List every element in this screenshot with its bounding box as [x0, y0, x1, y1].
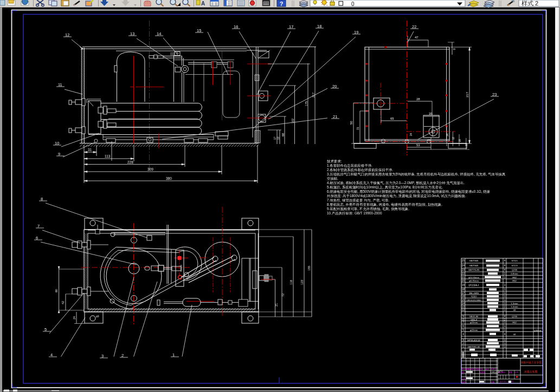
svg-text:1: 1	[504, 302, 506, 305]
svg-text:31: 31	[356, 127, 359, 130]
svg-text:28: 28	[459, 139, 461, 142]
svg-text:4: 4	[504, 315, 506, 318]
svg-text:样式 2: 样式 2	[522, 0, 538, 6]
svg-text:7: 7	[462, 321, 464, 324]
svg-text:HF16-40L14: HF16-40L14	[467, 339, 480, 342]
svg-text:φ6.35mm: φ6.35mm	[469, 279, 479, 282]
svg-text:?: ?	[280, 1, 284, 7]
svg-text:3.压缩机排气口和吸气口的焊接采用含银量为5%的银焊条, 先: 3.压缩机排气口和吸气口的焊接采用含银量为5%的银焊条, 先将月租机件与边机箱机…	[327, 172, 506, 177]
svg-text:34: 34	[446, 133, 449, 136]
svg-text:LED0.03-1800: LED0.03-1800	[466, 299, 481, 302]
svg-text:1: 1	[504, 339, 506, 342]
svg-text:44: 44	[513, 333, 516, 336]
svg-text:5: 5	[462, 329, 464, 331]
svg-text:17: 17	[289, 24, 293, 29]
svg-text:批准: 批准	[462, 381, 466, 383]
svg-text:4: 4	[50, 352, 53, 357]
svg-text:21: 21	[462, 276, 465, 279]
svg-text:1: 1	[504, 342, 506, 345]
svg-text:φ9: φ9	[96, 315, 99, 318]
svg-text:1: 1	[504, 276, 506, 279]
svg-text:7: 7	[37, 224, 40, 228]
svg-text:42: 42	[61, 301, 65, 304]
svg-text:53: 53	[416, 143, 420, 147]
svg-text:35: 35	[429, 112, 433, 115]
svg-text:123: 123	[300, 280, 304, 285]
svg-text:15: 15	[197, 28, 201, 33]
svg-text:φ30mm: φ30mm	[534, 329, 542, 332]
svg-text:8: 8	[41, 197, 43, 201]
svg-text:年月日: 年月日	[491, 368, 497, 370]
svg-text:标准化: 标准化	[479, 371, 486, 374]
svg-text:GB/T845: GB/T845	[469, 264, 479, 267]
svg-text:GB/T997-92: GB/T997-92	[468, 345, 480, 348]
svg-text:25: 25	[462, 259, 465, 262]
svg-text:1: 1	[504, 288, 506, 291]
svg-text:3: 3	[462, 339, 464, 342]
svg-text:湖南科技工业学院: 湖南科技工业学院	[521, 361, 542, 364]
svg-text:2: 2	[504, 318, 506, 321]
svg-text:17: 17	[462, 292, 465, 295]
svg-text:113: 113	[105, 154, 111, 158]
svg-text:1: 1	[504, 309, 506, 311]
svg-text:ST3.5: ST3.5	[511, 259, 518, 262]
svg-text:24: 24	[410, 133, 413, 136]
svg-text:44: 44	[513, 309, 516, 311]
svg-text:处数: 处数	[466, 368, 471, 370]
svg-text:冰箱总装图: 冰箱总装图	[524, 370, 538, 374]
svg-text:工艺: 工艺	[462, 378, 466, 380]
svg-text:技术要求:: 技术要求:	[326, 159, 342, 164]
svg-text:12: 12	[452, 136, 455, 140]
svg-text:1: 1	[504, 321, 506, 324]
svg-text:1.各零部件在总装前应修干净.: 1.各零部件在总装前应修干净.	[327, 164, 372, 168]
svg-text:H62: H62	[512, 276, 517, 279]
svg-text:9: 9	[58, 152, 60, 156]
svg-text:10: 10	[465, 143, 468, 146]
svg-text:18: 18	[462, 288, 465, 291]
svg-text:19: 19	[462, 284, 465, 286]
svg-text:4: 4	[462, 333, 464, 336]
svg-text:Q235: Q235	[512, 269, 518, 271]
svg-text:14: 14	[462, 302, 465, 305]
svg-text:15: 15	[462, 299, 465, 302]
svg-text:20: 20	[332, 84, 337, 89]
svg-text:228: 228	[127, 160, 133, 164]
svg-text:4: 4	[504, 259, 506, 262]
svg-text:18: 18	[317, 24, 321, 29]
svg-text:日期: 日期	[491, 381, 495, 383]
svg-text:11: 11	[58, 82, 62, 87]
svg-text:12: 12	[462, 309, 465, 311]
svg-text:5: 5	[44, 327, 47, 332]
svg-text:1: 1	[504, 284, 506, 286]
svg-text:13: 13	[130, 31, 134, 36]
svg-text:31: 31	[88, 148, 92, 152]
svg-text:A: A	[201, 1, 205, 6]
svg-text:16: 16	[234, 24, 238, 29]
svg-text:标记: 标记	[461, 368, 466, 370]
svg-text:7.传热性, 铜管连接处要 均匀, 严密, 可靠.: 7.传热性, 铜管连接处要 均匀, 严密, 可靠.	[327, 198, 390, 202]
svg-text:1: 1	[504, 272, 506, 275]
svg-text:0: 0	[351, 1, 355, 7]
svg-text:外加强度: 高于1800V/4或1800V/min耐压电力,: 外加强度: 高于1800V/4或1800V/min耐压电力, 泄露电流 限值设定…	[327, 194, 466, 198]
svg-text:共 1 张: 共 1 张	[500, 381, 506, 383]
svg-text:1.5mm: 1.5mm	[511, 302, 518, 305]
svg-text:24: 24	[73, 316, 76, 319]
svg-text:3: 3	[101, 354, 104, 358]
svg-text:Y(2)O: Y(2)O	[471, 295, 477, 298]
svg-text:155: 155	[307, 266, 311, 271]
svg-text:GB41-86: GB41-86	[469, 315, 479, 318]
svg-text:12: 12	[65, 32, 69, 37]
svg-text:50: 50	[350, 121, 353, 125]
svg-text:13: 13	[462, 305, 465, 308]
svg-text:20: 20	[462, 279, 465, 282]
svg-text:GB/T70-85: GB/T70-85	[468, 269, 480, 271]
svg-text:175: 175	[305, 101, 308, 106]
svg-text:比例: 比例	[514, 371, 518, 374]
svg-text:4: 4	[504, 269, 506, 271]
svg-text:H62: H62	[512, 279, 517, 282]
svg-text:2: 2	[462, 342, 464, 345]
svg-text:6: 6	[462, 325, 464, 328]
svg-text:2: 2	[121, 353, 124, 358]
svg-text:4.耐压试验, 将制冷系统充入干燥氮气, 压力为2.0—2.: 4.耐压试验, 将制冷系统充入干燥氮气, 压力为2.0—2.0MP, 整机浸入水…	[327, 181, 465, 185]
svg-text:47: 47	[415, 36, 419, 39]
